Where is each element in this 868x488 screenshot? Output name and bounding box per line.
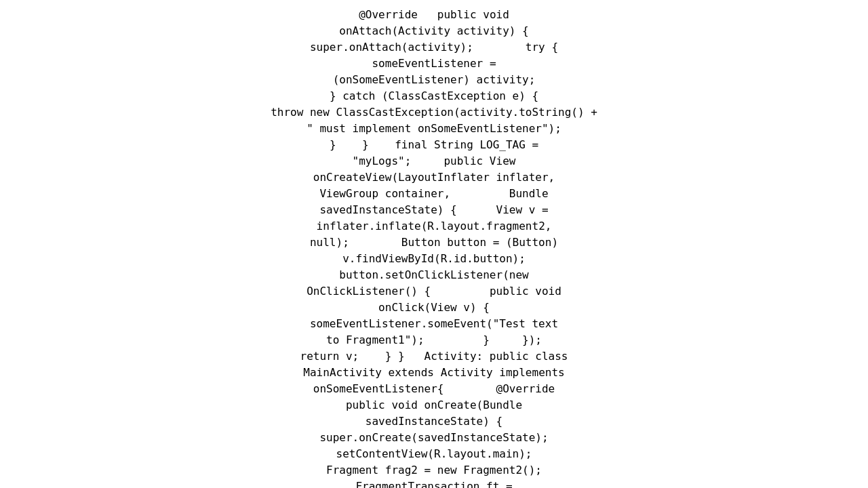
code-container: @Override public void onAttach(Activity … [0, 0, 868, 488]
code-block: @Override public void onAttach(Activity … [163, 0, 705, 488]
